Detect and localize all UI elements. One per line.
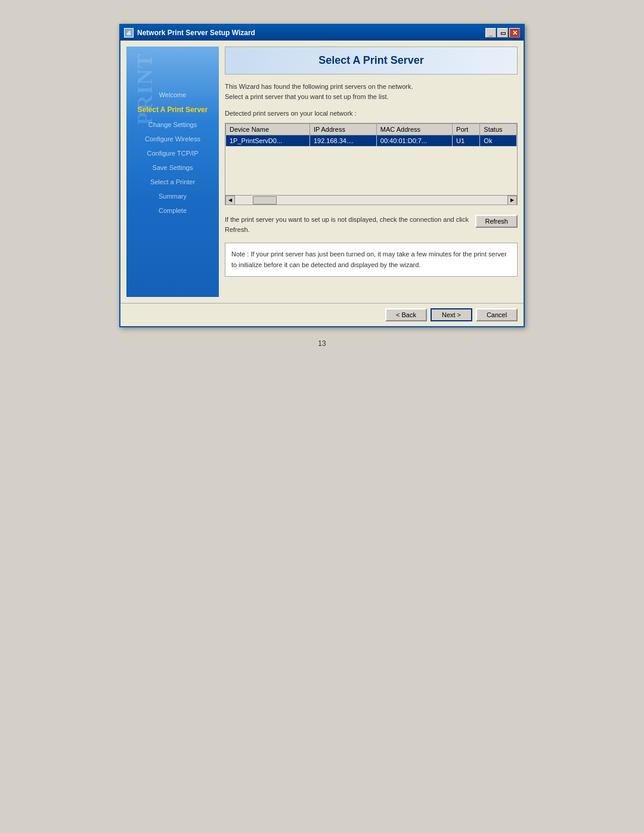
table-scroll-area[interactable]: Device Name IP Address MAC Address Port … bbox=[225, 123, 517, 195]
server-table-container: Device Name IP Address MAC Address Port … bbox=[225, 123, 518, 205]
sidebar-item-select-print-server[interactable]: Select A Print Server bbox=[126, 103, 219, 117]
cell-port: U1 bbox=[453, 135, 480, 147]
cancel-button[interactable]: Cancel bbox=[476, 308, 518, 321]
sidebar-item-configure-tcp-ip[interactable]: Configure TCP/IP bbox=[126, 147, 219, 160]
col-mac-address: MAC Address bbox=[376, 124, 452, 135]
detected-label: Detected print servers on your local net… bbox=[225, 110, 518, 117]
note-box: Note : If your print server has just bee… bbox=[225, 243, 518, 277]
cell-ip-address: 192.168.34.... bbox=[309, 135, 376, 147]
back-button[interactable]: < Back bbox=[385, 308, 427, 321]
refresh-row: If the print server you want to set up i… bbox=[225, 215, 518, 234]
sidebar-item-select-printer[interactable]: Select a Printer bbox=[126, 175, 219, 188]
title-bar-title-group: 🖨 Network Print Server Setup Wizard bbox=[124, 28, 255, 38]
sidebar-item-save-settings[interactable]: Save Settings bbox=[126, 161, 219, 174]
col-port: Port bbox=[453, 124, 480, 135]
scroll-track[interactable] bbox=[235, 196, 507, 205]
window-footer: < Back Next > Cancel bbox=[120, 303, 524, 326]
scroll-left-button[interactable]: ◀ bbox=[225, 196, 235, 205]
close-button[interactable]: ✕ bbox=[509, 28, 520, 38]
scroll-right-button[interactable]: ▶ bbox=[507, 196, 517, 205]
refresh-button[interactable]: Refresh bbox=[475, 215, 518, 228]
table-row[interactable]: 1P_PrintServD0... 192.168.34.... 00:40:0… bbox=[226, 135, 517, 147]
col-ip-address: IP Address bbox=[309, 124, 376, 135]
sidebar-item-configure-wireless[interactable]: Configure Wireless bbox=[126, 132, 219, 145]
sidebar-item-summary[interactable]: Summary bbox=[126, 190, 219, 203]
window-icon: 🖨 bbox=[124, 28, 134, 38]
main-content: Select A Print Server This Wizard has fo… bbox=[225, 47, 518, 297]
sidebar-item-change-settings[interactable]: Change Settings bbox=[126, 118, 219, 131]
title-bar: 🖨 Network Print Server Setup Wizard _ ▭ … bbox=[120, 25, 524, 41]
window-body: PRINT Welcome Select A Print Server Chan… bbox=[120, 41, 524, 303]
cell-device-name: 1P_PrintServD0... bbox=[226, 135, 310, 147]
description-text: This Wizard has found the following prin… bbox=[225, 82, 518, 101]
sidebar-items: Welcome Select A Print Server Change Set… bbox=[126, 88, 219, 217]
header-box: Select A Print Server bbox=[225, 47, 518, 75]
sidebar-item-welcome[interactable]: Welcome bbox=[126, 88, 219, 101]
sidebar: PRINT Welcome Select A Print Server Chan… bbox=[126, 47, 219, 297]
page-number: 13 bbox=[318, 339, 326, 348]
cell-status: Ok bbox=[480, 135, 517, 147]
refresh-hint-text: If the print server you want to set up i… bbox=[225, 215, 469, 234]
cell-mac-address: 00:40:01:D0:7... bbox=[376, 135, 452, 147]
page-title: Select A Print Server bbox=[235, 54, 507, 67]
note-text: Note : If your print server has just bee… bbox=[231, 250, 507, 268]
setup-wizard-window: 🖨 Network Print Server Setup Wizard _ ▭ … bbox=[119, 24, 525, 327]
maximize-button[interactable]: ▭ bbox=[497, 28, 508, 38]
sidebar-item-complete[interactable]: Complete bbox=[126, 204, 219, 217]
next-button[interactable]: Next > bbox=[431, 308, 472, 321]
window-title: Network Print Server Setup Wizard bbox=[137, 29, 255, 37]
col-device-name: Device Name bbox=[226, 124, 310, 135]
title-bar-buttons: _ ▭ ✕ bbox=[485, 28, 520, 38]
server-table: Device Name IP Address MAC Address Port … bbox=[225, 123, 517, 147]
scroll-thumb[interactable] bbox=[253, 196, 277, 205]
col-status: Status bbox=[480, 124, 517, 135]
minimize-button[interactable]: _ bbox=[485, 28, 496, 38]
table-scrollbar: ◀ ▶ bbox=[225, 195, 517, 205]
